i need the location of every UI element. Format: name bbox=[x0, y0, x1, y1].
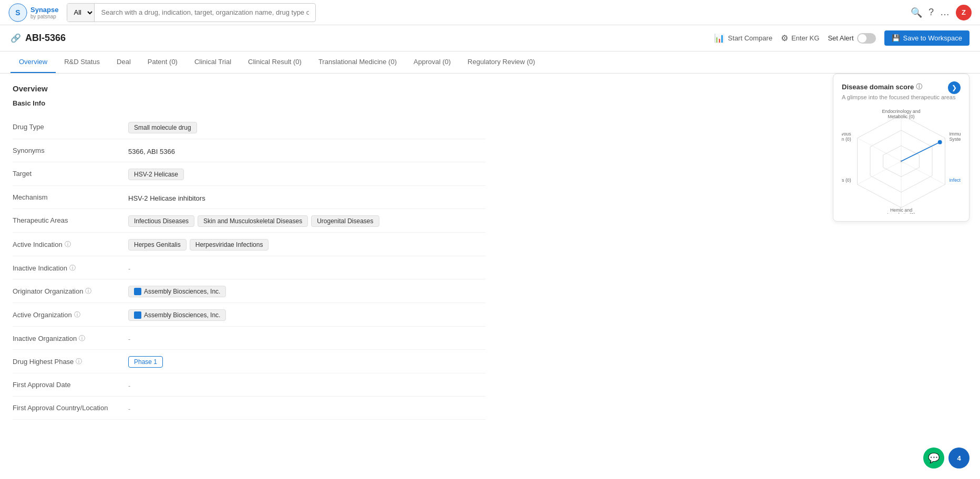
row-first-approval-date: First Approval Date - bbox=[13, 373, 486, 397]
row-therapeutic-areas: Therapeutic Areas Infectious Diseases Sk… bbox=[13, 209, 486, 233]
label-inactive-org: Inactive Organization ⓘ bbox=[13, 332, 128, 343]
label-therapeutic-areas: Therapeutic Areas bbox=[13, 214, 128, 224]
tab-rd-status[interactable]: R&D Status bbox=[56, 51, 108, 73]
active-indication-info-icon[interactable]: ⓘ bbox=[65, 240, 71, 249]
tab-approval[interactable]: Approval (0) bbox=[405, 51, 459, 73]
dash-first-approval-date: - bbox=[128, 380, 130, 390]
drug-name: ABI-5366 bbox=[25, 33, 66, 44]
tag-target: HSV-2 Helicase bbox=[128, 169, 184, 180]
disease-panel-subtitle: A glimpse into the focused therapeutic a… bbox=[842, 94, 961, 100]
disease-panel-info-icon[interactable]: ⓘ bbox=[916, 82, 922, 91]
svg-text:S: S bbox=[15, 8, 20, 17]
help-icon-btn[interactable]: ? bbox=[929, 7, 934, 18]
tag-skin-diseases: Skin and Musculoskeletal Diseases bbox=[198, 215, 308, 227]
value-mechanism: HSV-2 Helicase inhibitors bbox=[128, 191, 486, 202]
search-icon-btn[interactable]: 🔍 bbox=[911, 7, 922, 18]
tag-herpesviridae: Herpesviridae Infections bbox=[190, 239, 269, 251]
alert-toggle[interactable] bbox=[857, 33, 876, 44]
row-drug-type: Drug Type Small molecule drug bbox=[13, 116, 486, 139]
label-active-indication: Active Indication ⓘ bbox=[13, 238, 128, 249]
search-input[interactable] bbox=[95, 8, 315, 16]
dash-inactive-org: - bbox=[128, 333, 130, 343]
label-mechanism: Mechanism bbox=[13, 191, 128, 201]
value-drug-highest-phase: Phase 1 bbox=[128, 355, 486, 368]
compare-icon: 📊 bbox=[714, 33, 725, 43]
tab-deal[interactable]: Deal bbox=[108, 51, 139, 73]
svg-marker-9 bbox=[901, 142, 940, 161]
value-active-indication: Herpes Genitalis Herpesviridae Infection… bbox=[128, 238, 486, 251]
dash-first-approval-country: - bbox=[128, 403, 130, 413]
enter-kg-button[interactable]: ⚙ Enter KG bbox=[781, 33, 819, 43]
svg-text:Infectious (2): Infectious (2) bbox=[949, 178, 961, 183]
header: S Synapse by patsnap All 🔍 ? … Z bbox=[0, 0, 980, 25]
svg-text:Neoplasms (0): Neoplasms (0) bbox=[842, 178, 851, 183]
dash-inactive-indication: - bbox=[128, 263, 130, 273]
tab-regulatory-review[interactable]: Regulatory Review (0) bbox=[459, 51, 544, 73]
tab-clinical-trial[interactable]: Clinical Trial bbox=[186, 51, 240, 73]
tab-overview[interactable]: Overview bbox=[11, 51, 56, 73]
subsection-basic-info: Basic Info bbox=[13, 99, 967, 107]
label-inactive-indication: Inactive Indication ⓘ bbox=[13, 262, 128, 273]
svg-text:System (0): System (0) bbox=[949, 137, 961, 142]
row-synonyms: Synonyms 5366, ABI 5366 bbox=[13, 139, 486, 162]
user-avatar[interactable]: Z bbox=[956, 5, 972, 20]
svg-text:Nervous: Nervous bbox=[842, 131, 851, 137]
row-inactive-indication: Inactive Indication ⓘ - bbox=[13, 256, 486, 279]
value-first-approval-country: - bbox=[128, 402, 486, 413]
logo: S Synapse by patsnap bbox=[8, 3, 58, 22]
search-filter-select[interactable]: All bbox=[67, 4, 94, 22]
tag-herpes-genitalis: Herpes Genitalis bbox=[128, 239, 187, 251]
text-mechanism: HSV-2 Helicase inhibitors bbox=[128, 192, 205, 202]
toggle-knob bbox=[858, 34, 866, 43]
label-target: Target bbox=[13, 168, 128, 178]
inactive-indication-info-icon[interactable]: ⓘ bbox=[69, 264, 76, 273]
app-sub: by patsnap bbox=[30, 14, 58, 19]
app-name: Synapse bbox=[30, 6, 58, 14]
disease-domain-panel: Disease domain score ⓘ ❯ A glimpse into … bbox=[833, 74, 969, 222]
apps-icon-btn[interactable]: … bbox=[940, 7, 950, 18]
start-compare-button[interactable]: 📊 Start Compare bbox=[714, 33, 772, 43]
org-dot-originator bbox=[134, 288, 141, 295]
label-drug-type: Drug Type bbox=[13, 121, 128, 131]
kg-icon: ⚙ bbox=[781, 33, 788, 43]
label-originator-org: Originator Organization ⓘ bbox=[13, 285, 128, 296]
label-drug-highest-phase: Drug Highest Phase ⓘ bbox=[13, 355, 128, 366]
org-tag-originator: Assembly Biosciences, Inc. bbox=[128, 286, 226, 297]
active-org-info-icon[interactable]: ⓘ bbox=[74, 310, 80, 319]
tab-clinical-result[interactable]: Clinical Result (0) bbox=[240, 51, 310, 73]
svg-text:Lymphatic (0): Lymphatic (0) bbox=[887, 212, 915, 214]
row-active-indication: Active Indication ⓘ Herpes Genitalis Her… bbox=[13, 233, 486, 256]
value-inactive-indication: - bbox=[128, 262, 486, 273]
org-dot-active bbox=[134, 311, 141, 319]
label-synonyms: Synonyms bbox=[13, 144, 128, 154]
row-inactive-org: Inactive Organization ⓘ - bbox=[13, 327, 486, 350]
tag-drug-type: Small molecule drug bbox=[128, 122, 197, 133]
disease-panel-expand[interactable]: ❯ bbox=[948, 81, 961, 94]
label-active-org: Active Organization ⓘ bbox=[13, 308, 128, 319]
disease-panel-title: Disease domain score ⓘ bbox=[842, 82, 922, 91]
tag-infectious-diseases: Infectious Diseases bbox=[128, 215, 194, 227]
tab-patent[interactable]: Patent (0) bbox=[139, 51, 186, 73]
drug-title-area: 🔗 ABI-5366 bbox=[11, 33, 66, 44]
row-originator-org: Originator Organization ⓘ Assembly Biosc… bbox=[13, 279, 486, 303]
value-synonyms: 5366, ABI 5366 bbox=[128, 144, 486, 155]
inactive-org-info-icon[interactable]: ⓘ bbox=[79, 334, 85, 343]
row-first-approval-country: First Approval Country/Location - bbox=[13, 397, 486, 420]
svg-text:Immune: Immune bbox=[949, 131, 961, 137]
svg-text:Metabolic (0): Metabolic (0) bbox=[888, 114, 914, 119]
tag-urogenital-diseases: Urogenital Diseases bbox=[311, 215, 379, 227]
phase-info-icon[interactable]: ⓘ bbox=[76, 357, 82, 366]
save-workspace-button[interactable]: 💾 Save to Workspace bbox=[884, 30, 969, 46]
value-target: HSV-2 Helicase bbox=[128, 168, 486, 180]
text-synonyms: 5366, ABI 5366 bbox=[128, 145, 175, 155]
section-overview-title: Overview bbox=[13, 84, 967, 93]
org-tag-active: Assembly Biosciences, Inc. bbox=[128, 309, 226, 321]
value-therapeutic-areas: Infectious Diseases Skin and Musculoskel… bbox=[128, 214, 486, 227]
value-inactive-org: - bbox=[128, 332, 486, 343]
originator-org-info-icon[interactable]: ⓘ bbox=[85, 287, 91, 296]
set-alert-toggle: Set Alert bbox=[828, 33, 875, 44]
tab-translational-medicine[interactable]: Translational Medicine (0) bbox=[310, 51, 405, 73]
label-first-approval-country: First Approval Country/Location bbox=[13, 402, 128, 412]
tag-phase: Phase 1 bbox=[128, 356, 163, 368]
value-drug-type: Small molecule drug bbox=[128, 121, 486, 133]
